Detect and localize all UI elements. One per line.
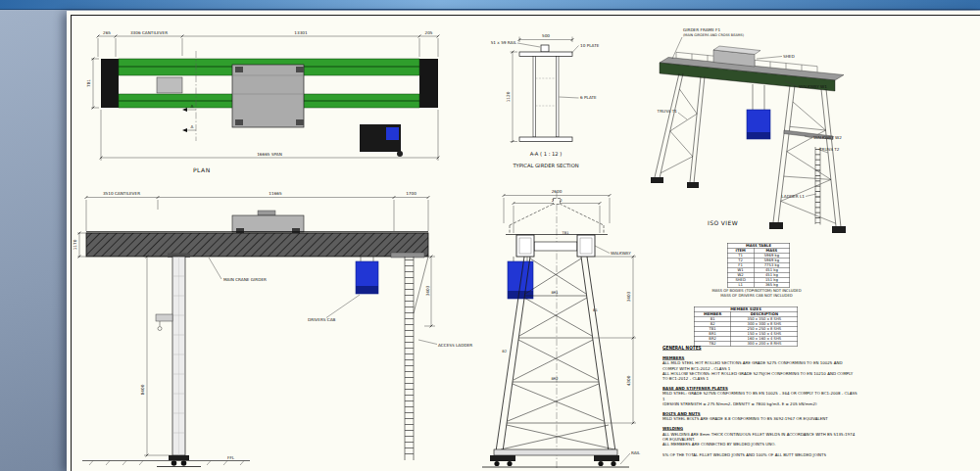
mass-value: 365 kg [754, 282, 790, 287]
notes-line: ALL MILD STEEL HOT ROLLED SECTIONS ARE G… [662, 361, 858, 371]
section-dim-1120: 1120 [506, 91, 511, 102]
notes-line: MILD STEEL: GRADE S275N CONFORMING TO BS… [662, 392, 858, 401]
side-label-ffl: FFL [227, 455, 235, 460]
section-web-right [557, 57, 560, 138]
side-dim-8400: 8400 [140, 384, 145, 395]
side-label-main-girder: MAIN CRANE GIRDER [223, 277, 267, 282]
side-dim-11665: 11665 [269, 191, 282, 196]
mass-note-cab: MASS OF DRIVERS CAB NOT INCLUDED [676, 293, 837, 298]
notes-heading-plates: BASE AND STIFFENER PLATES [662, 386, 858, 391]
end-dim-2600: 2600 [552, 189, 563, 194]
section-web-left [533, 57, 536, 138]
plan-dim-13301: 13301 [294, 30, 308, 35]
plan-dim-span: 16665 SPAN [257, 152, 282, 157]
side-elevation-view[interactable]: 3510 CANTILEVER 11665 1700 1170 [73, 191, 472, 467]
side-drivers-cab [356, 257, 378, 294]
plan-section-label-bottom: A [191, 124, 194, 129]
end-label-tb1: TB1 [562, 231, 569, 235]
side-dim-cantilever: 3510 CANTILEVER [103, 191, 140, 196]
notes-line: MILD STEEL BOLTS ARE GRADE 8.8 CONFORMIN… [662, 416, 858, 421]
end-girder-right [577, 235, 595, 257]
iso-callout-girder-frame: GIRDER FRAME F1 [683, 27, 721, 32]
mass-table: MASS TABLE ITEM MASS T15969 kg T25969 kg… [727, 243, 790, 288]
plan-hoist-unit [360, 124, 403, 157]
notes-line: (DESIGN STRENGTH = 275 N/mm2, DENSITY = … [662, 401, 858, 406]
plan-equipment-box [157, 77, 182, 93]
side-dim-1700: 1700 [406, 191, 416, 196]
plan-end-carriage-left [101, 59, 119, 108]
iso-callout-truss-t1: TRUSS T1 [657, 109, 678, 114]
iso-view[interactable]: GIRDER FRAME F1 (MAIN GIRDERS AND CROSS … [651, 27, 846, 234]
section-rail-note: 51 x 59 RAIL [491, 40, 517, 45]
plan-dim-265: 265 [103, 30, 111, 35]
plan-dim-cantilever: 3306 CANTILEVER [130, 30, 168, 35]
iso-view-title: ISO VIEW [708, 219, 738, 226]
section-top-flange [519, 52, 572, 57]
end-dim-3403: 3403 [626, 291, 631, 302]
side-label-access-ladder: ACCESS LADDER [438, 343, 472, 348]
side-dim-3403: 3403 [425, 285, 430, 296]
side-leg-column [168, 254, 190, 456]
notes-heading-welding: WELDING [662, 426, 858, 431]
mass-table-notes: MASS OF BOGIES (TOP/BOTTOM) NOT INCLUDED… [676, 288, 837, 307]
iso-callout-girder-frame-sub: (MAIN GIRDERS AND CROSS BEAMS) [683, 33, 745, 37]
end-member-b1: B1 [593, 308, 598, 312]
section-plate10-note: 10 PLATE [580, 43, 600, 48]
plan-view-title: PLAN [193, 166, 211, 173]
section-dim-500: 500 [542, 33, 550, 38]
side-column-bracket [156, 314, 172, 331]
side-dim-1170: 1170 [73, 239, 77, 250]
mass-item: L1 [727, 282, 754, 287]
section-scale-label: A-A ( 1 : 12 ) [530, 151, 563, 157]
side-trolley [232, 211, 304, 233]
end-member-b2: B2 [502, 350, 507, 353]
general-notes-title: GENERAL NOTES [662, 346, 858, 352]
side-access-ladder [391, 253, 428, 460]
end-label-walkway: WALKWAY [611, 251, 631, 256]
side-main-girder [86, 233, 428, 257]
plan-section-label-top: A [191, 104, 194, 109]
mass-row: L1365 kg [727, 282, 790, 287]
end-member-br2: BR2 [551, 377, 558, 381]
plan-dim-781: 781 [86, 79, 91, 87]
section-rail [541, 45, 549, 52]
iso-callout-walkway-w1: WALKWAY W1 [799, 84, 827, 89]
notes-heading-members: MEMBERS [662, 355, 858, 360]
notes-line: 5% OF THE TOTAL FILLET WELDED JOINTS AND… [662, 452, 858, 457]
iso-truss-t2 [769, 85, 846, 233]
end-base-and-bogies [482, 449, 629, 467]
end-cross-beam [534, 242, 577, 251]
side-label-drivers-cab: DRIVERS CAB [308, 317, 336, 322]
section-plate6-note: 6 PLATE [580, 95, 597, 100]
notes-line: ALL MEMBERS ARE CONNECTED BY WELDED JOIN… [662, 442, 858, 447]
end-dim-4300: 4300 [626, 375, 631, 386]
iso-drivers-cab [747, 84, 770, 139]
end-label-rail: RAIL [631, 450, 641, 455]
end-elevation-view[interactable]: 2600 2200 TB1 WALKWAY [482, 189, 641, 468]
notes-heading-bolts: BOLTS AND NUTS [662, 411, 858, 416]
plan-hoist-cab [386, 127, 399, 140]
section-bottom-flange [519, 137, 572, 142]
iso-truss-t1 [651, 73, 705, 188]
girder-section-title: TYPICAL GIRDER SECTION [512, 163, 578, 168]
plan-view[interactable]: 265 3306 CANTILEVER 13301 205 [86, 30, 439, 174]
member-sizes-table: MEMBER SIZES MEMBER DESCRIPTION B1350 x … [694, 306, 798, 346]
plan-dim-205: 205 [425, 30, 433, 35]
girder-section-view[interactable]: 500 51 x 59 RAIL 10 PLATE 6 PLATE 1120 A… [491, 33, 600, 168]
iso-callout-truss-t2: TRUSS T2 [818, 147, 840, 152]
notes-line: ALL HOLLOW SECTIONS: HOT ROLLED GRADE S2… [662, 371, 858, 381]
cad-viewport-background: 265 3306 CANTILEVER 13301 205 [0, 0, 980, 471]
plan-end-carriage-right [419, 59, 438, 108]
iso-callout-shed: SHED [783, 54, 795, 59]
end-member-br1: BR1 [551, 291, 558, 295]
general-notes: GENERAL NOTES MEMBERS ALL MILD STEEL HOT… [662, 346, 858, 471]
iso-callout-walkway-w2: WALKWAY W2 [813, 135, 842, 140]
notes-line: ALL WELDING ARE 8mm THICK CONTINUOUS FIL… [662, 432, 858, 442]
end-girder-left [516, 235, 534, 257]
plan-trolley [232, 65, 304, 127]
side-ground-line [82, 461, 250, 466]
iso-callout-ladder-l1: LADDER L1 [781, 194, 805, 199]
